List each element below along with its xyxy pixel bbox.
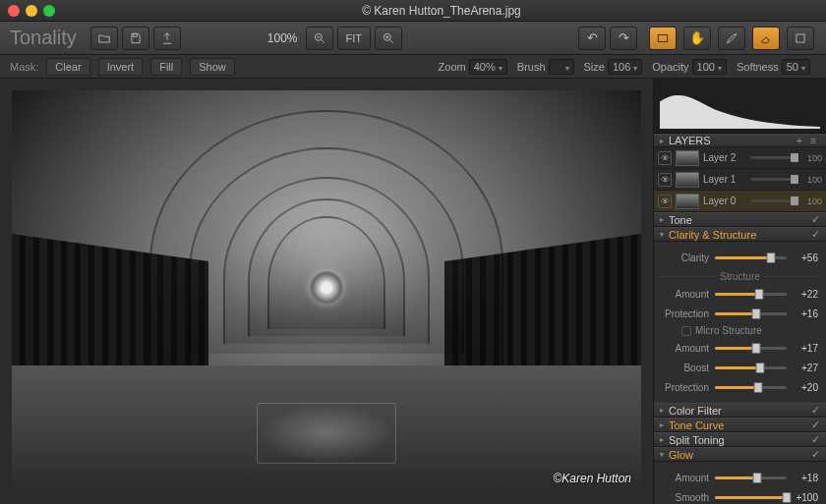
fit-button[interactable]: FIT <box>337 27 372 50</box>
layer-opacity-slider[interactable] <box>750 199 798 202</box>
tone-panel-header[interactable]: ▸Tone✓ <box>654 212 826 227</box>
glow-smooth-slider[interactable] <box>715 496 787 499</box>
panel-enable-checkbox[interactable]: ✓ <box>811 228 820 241</box>
mask-invert-button[interactable]: Invert <box>98 58 144 76</box>
panel-enable-checkbox[interactable]: ✓ <box>811 448 820 461</box>
tone-curve-panel-header[interactable]: ▸Tone Curve✓ <box>654 418 826 432</box>
layer-thumbnail <box>676 150 699 166</box>
gradient-tool-button[interactable] <box>787 27 814 50</box>
layer-menu-button[interactable]: ≡ <box>806 135 820 146</box>
layer-thumbnail <box>676 172 699 188</box>
photo-credit: ©Karen Hutton <box>553 472 631 485</box>
photo-preview: ©Karen Hutton <box>12 90 641 493</box>
zoom-dropdown[interactable]: 40% <box>469 59 507 75</box>
micro-structure-checkbox[interactable] <box>681 326 691 336</box>
layer-thumbnail <box>676 194 699 209</box>
opacity-label: Opacity <box>652 61 688 73</box>
brush-label: Brush <box>517 61 546 73</box>
brush-dropdown[interactable] <box>549 59 574 75</box>
layer-name[interactable]: Layer 2 <box>703 152 746 163</box>
main-toolbar: Tonality 100% FIT ↶ ↷ ✋ <box>0 22 826 55</box>
micro-protection-slider[interactable] <box>715 386 787 389</box>
micro-amount-slider[interactable] <box>715 347 787 350</box>
zoom-label: Zoom <box>439 61 466 73</box>
mask-show-button[interactable]: Show <box>190 58 235 76</box>
split-toning-panel-header[interactable]: ▸Split Toning✓ <box>654 432 826 447</box>
panel-enable-checkbox[interactable]: ✓ <box>811 419 820 431</box>
structure-subheader: Structure <box>662 271 818 282</box>
options-bar: Mask: Clear Invert Fill Show Zoom40% Bru… <box>0 55 826 79</box>
canvas-viewport[interactable]: ©Karen Hutton <box>0 79 653 504</box>
app-brand: Tonality <box>10 27 77 49</box>
panel-enable-checkbox[interactable]: ✓ <box>811 433 820 446</box>
share-button[interactable] <box>153 27 181 50</box>
clarity-controls: Clarity+56 Structure Amount+22 Protectio… <box>654 242 826 403</box>
redo-button[interactable]: ↷ <box>610 27 637 50</box>
open-file-button[interactable] <box>90 27 118 50</box>
mask-fill-button[interactable]: Fill <box>150 58 182 76</box>
structure-amount-slider[interactable] <box>715 293 787 296</box>
layer-name[interactable]: Layer 0 <box>703 196 746 206</box>
zoom-in-button[interactable] <box>375 27 402 50</box>
layer-opacity-value: 100 <box>802 153 822 163</box>
structure-protection-slider[interactable] <box>715 312 787 315</box>
layer-opacity-value: 100 <box>802 175 822 185</box>
zoom-out-button[interactable] <box>306 27 333 50</box>
histogram[interactable] <box>654 79 826 134</box>
opacity-value[interactable]: 100 <box>692 59 727 75</box>
softness-label: Softness <box>737 61 779 73</box>
brush-tool-button[interactable] <box>718 27 745 50</box>
clarity-panel-header[interactable]: ▾Clarity & Structure✓ <box>654 227 826 242</box>
disclosure-triangle-icon: ▸ <box>660 137 664 145</box>
softness-value[interactable]: 50 <box>782 59 810 75</box>
size-value[interactable]: 106 <box>608 59 642 75</box>
layer-opacity-slider[interactable] <box>750 156 798 159</box>
layer-visibility-toggle[interactable]: 👁 <box>658 151 672 165</box>
svg-rect-0 <box>133 33 137 36</box>
layer-name[interactable]: Layer 1 <box>703 174 746 185</box>
zoom-window-button[interactable] <box>43 5 55 17</box>
svg-rect-4 <box>796 33 804 41</box>
close-window-button[interactable] <box>8 5 20 17</box>
layer-row[interactable]: 👁 Layer 1 100 <box>654 169 826 191</box>
titlebar: © Karen Hutton_TheArena.jpg <box>0 0 826 22</box>
traffic-lights <box>8 5 55 17</box>
micro-boost-slider[interactable] <box>715 366 787 369</box>
glow-amount-slider[interactable] <box>715 476 787 479</box>
layers-title: LAYERS <box>669 135 711 146</box>
main-area: ©Karen Hutton ▸ LAYERS + ≡ 👁 Layer 2 100… <box>0 79 826 504</box>
layer-row[interactable]: 👁 Layer 0 100 <box>654 191 826 212</box>
compare-view-button[interactable] <box>649 27 677 50</box>
right-panel: ▸ LAYERS + ≡ 👁 Layer 2 100 👁 Layer 1 100 <box>653 79 826 504</box>
size-label: Size <box>584 61 605 73</box>
mask-label: Mask: <box>10 61 38 73</box>
glow-controls: Amount+18 Smooth+100 Threshold+45 <box>654 462 826 504</box>
save-file-button[interactable] <box>122 27 149 50</box>
window-title: © Karen Hutton_TheArena.jpg <box>65 4 818 18</box>
erase-tool-button[interactable] <box>752 27 780 50</box>
panel-enable-checkbox[interactable]: ✓ <box>811 213 820 226</box>
undo-button[interactable]: ↶ <box>578 27 606 50</box>
color-filter-panel-header[interactable]: ▸Color Filter✓ <box>654 403 826 418</box>
layer-opacity-slider[interactable] <box>750 178 798 181</box>
clarity-slider[interactable] <box>715 256 787 259</box>
panel-enable-checkbox[interactable]: ✓ <box>811 404 820 417</box>
glow-panel-header[interactable]: ▾Glow✓ <box>654 447 826 462</box>
layers-header[interactable]: ▸ LAYERS + ≡ <box>654 134 826 147</box>
minimize-window-button[interactable] <box>26 5 37 17</box>
pan-tool-button[interactable]: ✋ <box>683 27 711 50</box>
layer-opacity-value: 100 <box>802 196 822 206</box>
layer-row[interactable]: 👁 Layer 2 100 <box>654 147 826 169</box>
mask-clear-button[interactable]: Clear <box>46 58 89 76</box>
svg-rect-3 <box>658 34 667 41</box>
layer-visibility-toggle[interactable]: 👁 <box>658 173 672 187</box>
add-layer-button[interactable]: + <box>793 135 806 146</box>
layers-list: 👁 Layer 2 100 👁 Layer 1 100 👁 Layer 0 10… <box>654 147 826 212</box>
layer-visibility-toggle[interactable]: 👁 <box>658 195 672 208</box>
zoom-100-label[interactable]: 100% <box>267 31 298 45</box>
